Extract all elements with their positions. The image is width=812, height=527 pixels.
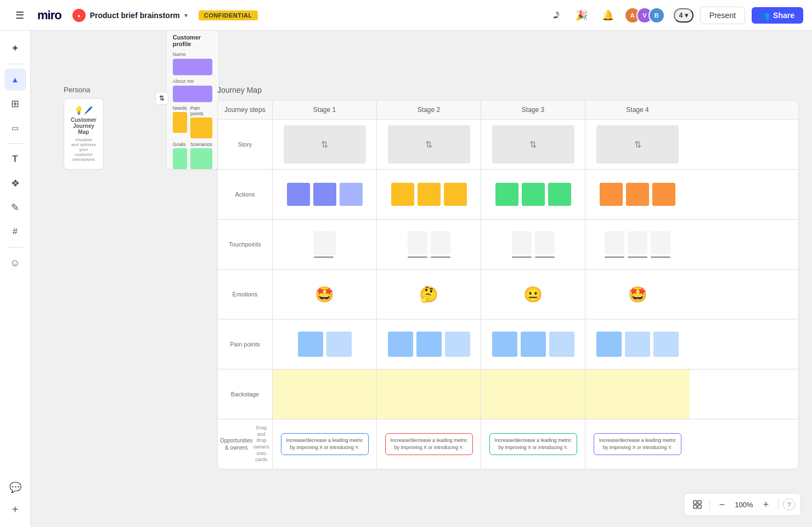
- add-button[interactable]: +: [4, 498, 26, 520]
- jm-header-stage1: Stage 1: [273, 100, 377, 119]
- present-button[interactable]: Present: [700, 7, 745, 24]
- svg-rect-3: [698, 501, 701, 504]
- tp-s4-3[interactable]: [651, 231, 670, 254]
- pain-s1-2[interactable]: [326, 332, 352, 357]
- customer-profile-card[interactable]: ⇅ Customer profile Name About me Needs P…: [166, 31, 219, 170]
- frame-button[interactable]: #: [4, 221, 26, 243]
- pain-s3-2[interactable]: [521, 332, 546, 357]
- backstage-stage3[interactable]: [481, 369, 585, 419]
- action-s4-1[interactable]: [600, 183, 623, 206]
- table-button[interactable]: ⊞: [4, 93, 26, 115]
- emotion-s2[interactable]: 🤔: [419, 285, 438, 304]
- pain-s2-1[interactable]: [388, 332, 413, 357]
- pain-s1-1[interactable]: [298, 332, 323, 357]
- action-s1-3[interactable]: [340, 183, 363, 206]
- scenarios-label: Scenarios: [190, 142, 212, 147]
- emoji-button[interactable]: ☺: [4, 252, 26, 274]
- share-icon: 👥: [760, 11, 770, 20]
- pen-button[interactable]: ✎: [4, 197, 26, 218]
- opp-card-s2[interactable]: Increase/decrease a leading metric by im…: [385, 433, 473, 455]
- shapes-button[interactable]: ❖: [4, 172, 26, 194]
- journey-map-title: Journey Map: [217, 86, 799, 94]
- tp-s3-2[interactable]: [535, 231, 555, 254]
- pain-points-row-label: Pain points: [218, 319, 273, 369]
- tp-s2-1[interactable]: [408, 231, 427, 254]
- menu-button[interactable]: ☰: [9, 4, 31, 26]
- action-s1-2[interactable]: [313, 183, 336, 206]
- note-button[interactable]: ▭: [4, 117, 26, 139]
- tp-s4-1[interactable]: [605, 231, 624, 254]
- magic-button[interactable]: ✦: [4, 37, 26, 59]
- cursor-button[interactable]: ▲: [4, 69, 26, 91]
- action-s3-1[interactable]: [495, 183, 518, 206]
- jm-header-stage2: Stage 2: [377, 100, 481, 119]
- zoom-level-display: 100%: [734, 501, 754, 509]
- jm-header-stage3: Stage 3: [481, 100, 585, 119]
- canvas[interactable]: Persona 💡🖊️ CustomerJourney Map Visualiz…: [31, 31, 812, 527]
- notifications-icon[interactable]: 🔔: [598, 5, 618, 25]
- tp-s3-1[interactable]: [512, 231, 532, 254]
- pain-s2-2[interactable]: [416, 332, 442, 357]
- avatars-group: A V B: [624, 7, 665, 24]
- persona-thumbnail[interactable]: 💡🖊️ CustomerJourney Map Visualize and op…: [64, 98, 104, 170]
- action-s4-3[interactable]: [652, 183, 675, 206]
- pain-stage2: [377, 319, 481, 369]
- actions-stage1: [273, 170, 377, 219]
- tp-s1-1[interactable]: [314, 231, 336, 255]
- story-card-s3[interactable]: ⇅: [492, 125, 574, 164]
- action-s1-1[interactable]: [287, 183, 310, 206]
- action-s3-3[interactable]: [548, 183, 571, 206]
- pain-points-sticky: [190, 117, 212, 138]
- zoom-in-button[interactable]: +: [758, 497, 774, 512]
- pain-s3-3[interactable]: [549, 332, 574, 357]
- tp-line-s4-1: [605, 256, 624, 258]
- emotion-s3[interactable]: 😐: [523, 285, 543, 304]
- comment-button[interactable]: 💬: [4, 476, 26, 498]
- actions-stage4: [585, 170, 690, 219]
- action-s3-2[interactable]: [522, 183, 545, 206]
- pain-s4-1[interactable]: [596, 332, 622, 357]
- pain-s2-3[interactable]: [445, 332, 470, 357]
- action-s2-2[interactable]: [418, 183, 441, 206]
- confidential-badge: CONFIDENTIAL: [199, 10, 258, 20]
- jm-header-row: Journey steps Stage 1 Stage 2 Stage 3 St…: [218, 100, 798, 120]
- pain-s4-2[interactable]: [625, 332, 650, 357]
- reactions-icon[interactable]: 🎉: [572, 5, 591, 25]
- story-card-s1[interactable]: ⇅: [284, 125, 366, 164]
- tp-s2-2[interactable]: [431, 231, 450, 254]
- action-s2-3[interactable]: [444, 183, 467, 206]
- action-s2-1[interactable]: [391, 183, 414, 206]
- touchpoints-row: Touchpoints: [218, 220, 798, 270]
- story-card-s2[interactable]: ⇅: [388, 125, 470, 164]
- opp-card-s4[interactable]: Increase/decrease a leading metric by im…: [594, 433, 681, 455]
- backstage-stage2[interactable]: [377, 369, 481, 419]
- tp-line-s4-2: [628, 256, 647, 258]
- backstage-stage1[interactable]: [273, 369, 377, 419]
- story-card-s4[interactable]: ⇅: [596, 125, 679, 164]
- name-label: Name: [173, 52, 212, 57]
- zoom-out-button[interactable]: −: [714, 497, 730, 512]
- tp-s4-2[interactable]: [628, 231, 647, 254]
- music-icon[interactable]: 𝅘𝅥𝅮𝅘𝅥𝅮𝅘: [545, 5, 565, 25]
- swap-icon[interactable]: ⇅: [155, 92, 168, 105]
- action-s4-2[interactable]: [626, 183, 649, 206]
- pain-s4-3[interactable]: [653, 332, 679, 357]
- backstage-stage4[interactable]: [585, 369, 690, 419]
- persona-thumb-title: CustomerJourney Map: [71, 117, 97, 135]
- emotion-s4[interactable]: 🤩: [628, 285, 647, 304]
- fit-frame-button[interactable]: [690, 497, 705, 512]
- text-button[interactable]: T: [4, 148, 26, 170]
- touchpoints-stage3: [481, 220, 585, 269]
- journey-map: Journey Map Journey steps Stage 1 Stage …: [217, 86, 799, 469]
- board-icon: ●: [72, 9, 86, 22]
- opp-stage2: Increase/decrease a leading metric by im…: [377, 419, 481, 469]
- share-button[interactable]: 👥 Share: [752, 7, 803, 24]
- scenarios-sticky: [190, 148, 212, 169]
- opp-card-s1[interactable]: Increase/decrease a leading metric by im…: [281, 433, 369, 455]
- avatar-count-button[interactable]: 4 ▾: [674, 8, 693, 23]
- opp-card-s3[interactable]: Increase/decrease a leading metric by im…: [489, 433, 577, 455]
- emotion-s1[interactable]: 🤩: [315, 285, 334, 304]
- help-button[interactable]: ?: [783, 498, 795, 511]
- board-title-area[interactable]: ● Product brief brainstorm ▾: [68, 7, 192, 24]
- pain-s3-1[interactable]: [492, 332, 517, 357]
